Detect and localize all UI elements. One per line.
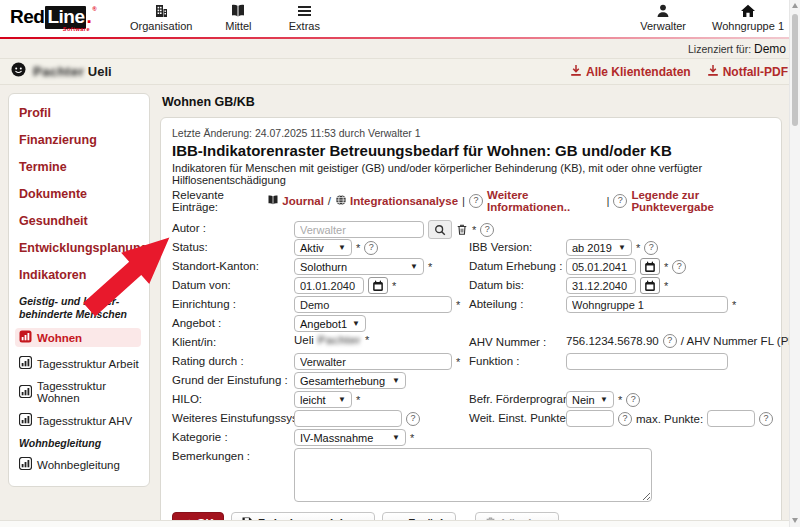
weit-einst-punkte-input[interactable] [566,410,614,427]
journal-link[interactable]: Journal [267,194,324,208]
hilo-select[interactable]: leicht▼ [294,391,352,408]
bar-chart-icon [19,457,32,472]
standort-kanton-select[interactable]: Solothurn▼ [294,258,424,275]
status-select[interactable]: Aktiv▼ [294,239,352,256]
menu-mittel[interactable]: Mittel [218,3,258,32]
autor-input[interactable] [294,221,424,238]
kategorie-label: Kategorie : [172,431,228,443]
datum-erhebung-label: Datum Erhebung : [469,260,562,272]
max-punkte-label: max. Punkte: [636,413,703,425]
ahv-help-icon[interactable]: ? [663,334,677,348]
legende-punktevergabe-link[interactable]: Legende zur Punktevergabe [631,189,770,213]
datum-erhebung-help-icon[interactable]: ? [672,260,686,274]
menu-extras[interactable]: Extras [284,3,324,32]
form-title: IBB-Indikatorenraster Betreuungsbedarf f… [172,142,770,159]
grund-einstufung-select[interactable]: Gesamterhebung▼ [294,372,406,389]
ibb-form-panel: Letzte Änderung: 24.07.2025 11:53 durch … [160,117,782,527]
angebot-select[interactable]: Angebot1▼ [294,315,366,332]
weiteres-einstufungssystem-help-icon[interactable]: ? [406,412,420,426]
group-menu-label: Wohngruppe 1 [712,20,784,32]
sidebar-item-termine[interactable]: Termine [19,160,141,174]
sidebar-item-finanzierung[interactable]: Finanzierung [19,133,141,147]
abteilung-input[interactable] [566,296,728,313]
rating-durch-label: Rating durch : [172,355,244,367]
client-links: Alle Klientendaten Notfall-PDF [570,64,788,80]
logo-registered-mark: ® [92,6,96,12]
client-identity[interactable]: Pachter Ueli [10,61,112,82]
form-row-einstufungssystem: Weiteres Einstufungssystem : ? Weit. Ein… [161,410,781,429]
bemerkungen-label: Bemerkungen : [172,450,250,462]
bar-chart-icon [19,413,32,428]
rating-durch-input[interactable] [294,353,452,370]
required-marker: * [636,242,640,254]
weiteres-einstufungssystem-input[interactable] [294,410,402,427]
download-all-clientdata-link[interactable]: Alle Klientendaten [570,64,691,80]
form-row-grund: Grund der Einstufung : Gesamterhebung▼ [161,372,781,391]
klient-firstname: Ueli [294,334,314,346]
bar-chart-icon [19,385,32,400]
integrationsanalyse-link-label: Integrationsanalyse [350,195,458,207]
einrichtung-input[interactable] [294,296,452,313]
user-menu[interactable]: Verwalter [640,3,686,32]
weit-einst-punkte-help-icon[interactable]: ? [618,412,632,426]
datum-erhebung-input[interactable] [566,258,636,275]
relevant-links-row: Relevante Einträge: Journal / Integratio… [172,189,770,213]
sidebar-item-label: Tagesstruktur Arbeit [37,358,139,370]
kategorie-select[interactable]: IV-Massnahme▼ [294,429,406,446]
ibb-version-help-icon[interactable]: ? [644,241,658,255]
ibb-version-select[interactable]: ab 2019▼ [566,239,632,256]
max-punkte-input[interactable] [707,410,755,427]
required-marker: * [472,224,476,236]
notfall-pdf-link[interactable]: Notfall-PDF [707,64,788,80]
weitere-informationen-link[interactable]: Weitere Informationen.. [487,189,602,213]
scrollbar-thumb[interactable] [792,14,798,126]
sidebar-item-gesundheit[interactable]: Gesundheit [19,214,141,228]
relevant-label: Relevante Einträge: [172,189,263,213]
sidebar-item-label: Tagesstruktur AHV [37,415,132,427]
vertical-scrollbar[interactable] [789,0,800,527]
integrationsanalyse-link[interactable]: Integrationsanalyse [335,194,458,208]
datum-bis-input[interactable] [566,277,636,294]
funktion-input[interactable] [566,353,728,370]
sidebar-item-profil[interactable]: Profil [19,106,141,120]
autor-search-button[interactable] [428,220,452,239]
autor-clear-trash-icon[interactable] [456,223,468,236]
licensed-label: Lizenziert für: [688,43,751,55]
sidebar-item-tagesstruktur-ahv[interactable]: Tagesstruktur AHV [19,413,141,428]
sidebar-item-tagesstruktur-arbeit[interactable]: Tagesstruktur Arbeit [19,356,141,371]
foerderprogramm-select[interactable]: Nein▼ [566,391,614,408]
scroll-down-arrow-icon[interactable] [792,518,798,523]
required-marker: * [410,432,414,444]
scroll-up-arrow-icon[interactable] [792,3,798,8]
logo-subtitle: Software [63,26,90,32]
datum-von-input[interactable] [294,277,364,294]
datum-erhebung-calendar-icon[interactable] [640,258,660,275]
foerderprogramm-help-icon[interactable]: ? [626,393,640,407]
status-help-icon[interactable]: ? [364,241,378,255]
menu-mittel-label: Mittel [225,20,251,32]
autor-help-icon[interactable]: ? [480,223,494,237]
required-marker: * [456,299,460,311]
sidebar-item-indikatoren[interactable]: Indikatoren [19,268,141,282]
sidebar-item-entwicklungsplanung[interactable]: Entwicklungsplanung [19,241,141,255]
form-row-einrichtung: Einrichtung : * Abteilung : * [161,296,781,315]
sidebar-item-wohnen[interactable]: Wohnen [15,328,141,347]
bemerkungen-textarea[interactable] [294,448,652,502]
sidebar-item-dokumente[interactable]: Dokumente [19,187,141,201]
group-menu[interactable]: Wohngruppe 1 [712,3,784,32]
status-label: Status: [172,241,208,253]
legende-punktevergabe-label: Legende zur Punktevergabe [631,189,770,213]
sidebar-item-tagesstruktur-wohnen[interactable]: Tagesstruktur Wohnen [19,380,141,404]
required-marker: * [356,242,360,254]
datum-von-calendar-icon[interactable] [368,277,388,294]
max-punkte-help-icon[interactable]: ? [759,412,773,426]
person-icon [655,3,671,19]
redline-logo[interactable]: Red Line . ® Software [10,6,102,29]
journal-book-icon [267,194,279,208]
datum-bis-label: Datum bis: [469,279,524,291]
menu-organisation[interactable]: Organisation [130,3,192,32]
window-bottom-edge [0,520,800,527]
funktion-label: Funktion : [469,355,520,367]
datum-bis-calendar-icon[interactable] [640,277,660,294]
sidebar-item-wohnbegleitung[interactable]: Wohnbegleitung [19,457,141,472]
